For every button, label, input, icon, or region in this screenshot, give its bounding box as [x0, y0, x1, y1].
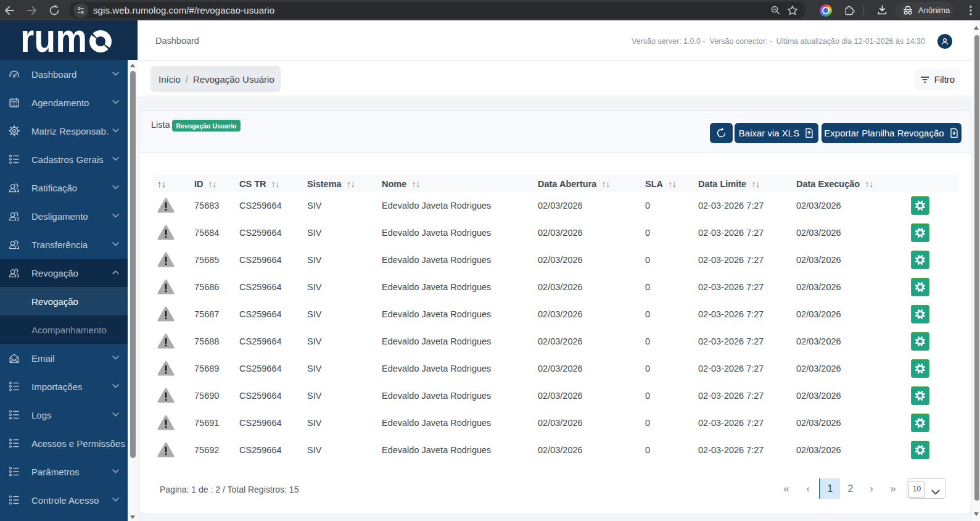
- svg-text:rum: rum: [20, 20, 87, 60]
